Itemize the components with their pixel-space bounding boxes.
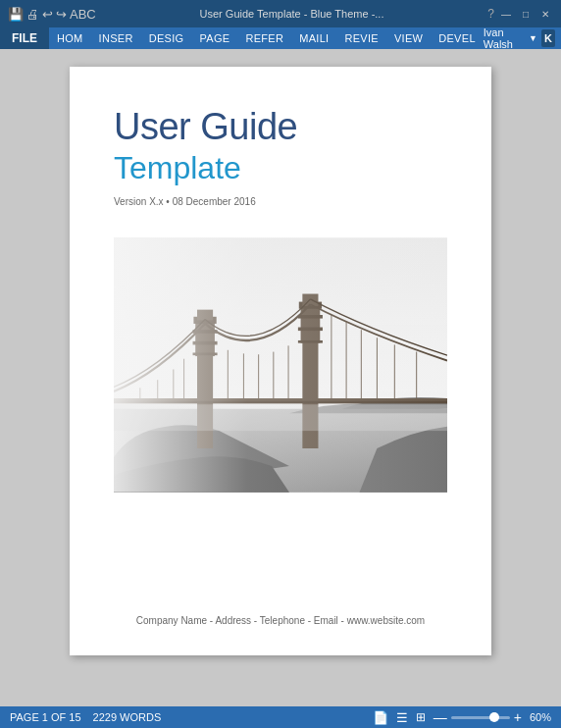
page-info: PAGE 1 OF 15	[10, 711, 81, 723]
tab-insert[interactable]: INSER	[91, 27, 141, 49]
title-bar: 💾 🖨 ↩ ↪ ABC User Guide Template - Blue T…	[0, 0, 561, 27]
layout-icon-2[interactable]: ☰	[396, 710, 408, 725]
tab-view[interactable]: VIEW	[386, 27, 431, 49]
tab-home[interactable]: HOM	[49, 27, 91, 49]
zoom-slider-track[interactable]	[451, 716, 510, 719]
minimize-button[interactable]: —	[498, 6, 514, 22]
tab-developer[interactable]: DEVEL	[431, 27, 484, 49]
zoom-control[interactable]: — +	[434, 709, 522, 725]
status-bar: PAGE 1 OF 15 2229 WORDS 📄 ☰ ⊞ — + 60%	[0, 706, 561, 728]
file-tab[interactable]: FILE	[0, 27, 49, 49]
zoom-minus-icon[interactable]: —	[434, 709, 447, 725]
window-title: User Guide Template - Blue Theme -...	[96, 8, 488, 20]
tab-references[interactable]: REFER	[237, 27, 291, 49]
window-controls[interactable]: — □ ✕	[498, 6, 553, 22]
maximize-button[interactable]: □	[518, 6, 534, 22]
zoom-plus-icon[interactable]: +	[514, 709, 522, 725]
user-name[interactable]: Ivan Walsh	[484, 26, 525, 50]
help-icon[interactable]: ?	[487, 7, 494, 21]
tab-design[interactable]: DESIG	[141, 27, 192, 49]
tab-review[interactable]: REVIE	[336, 27, 386, 49]
layout-icon-1[interactable]: 📄	[373, 710, 388, 725]
svg-rect-34	[114, 237, 447, 492]
cover-image	[114, 223, 447, 507]
version-line: Version X.x • 08 December 2016	[114, 196, 447, 207]
print-icon[interactable]: 🖨	[26, 7, 39, 22]
user-avatar[interactable]: K	[541, 29, 555, 47]
redo-icon[interactable]: ↪	[56, 7, 67, 22]
document-title: User Guide	[114, 106, 447, 148]
zoom-slider-thumb[interactable]	[489, 712, 499, 722]
zoom-level: 60%	[530, 711, 551, 723]
close-button[interactable]: ✕	[537, 6, 553, 22]
tab-mailings[interactable]: MAILI	[291, 27, 336, 49]
svg-rect-35	[114, 404, 447, 431]
tab-page[interactable]: PAGE	[191, 27, 237, 49]
undo-icon[interactable]: ↩	[42, 7, 53, 22]
save-icon[interactable]: 💾	[8, 7, 24, 22]
layout-icon-3[interactable]: ⊞	[416, 710, 426, 724]
spell-icon[interactable]: ABC	[70, 7, 96, 22]
quick-access-toolbar[interactable]: 💾 🖨 ↩ ↪ ABC	[8, 7, 96, 22]
ribbon: FILE HOM INSER DESIG PAGE REFER MAILI RE…	[0, 27, 561, 49]
user-section: Ivan Walsh ▼ K	[484, 27, 561, 49]
dropdown-icon[interactable]: ▼	[529, 33, 537, 43]
document-subtitle: Template	[114, 150, 447, 186]
document-area: User Guide Template Version X.x • 08 Dec…	[0, 49, 561, 706]
status-right: 📄 ☰ ⊞ — + 60%	[373, 709, 551, 725]
word-count: 2229 WORDS	[93, 711, 162, 723]
document-page: User Guide Template Version X.x • 08 Dec…	[70, 67, 491, 655]
document-footer: Company Name - Address - Telephone - Ema…	[114, 599, 447, 626]
